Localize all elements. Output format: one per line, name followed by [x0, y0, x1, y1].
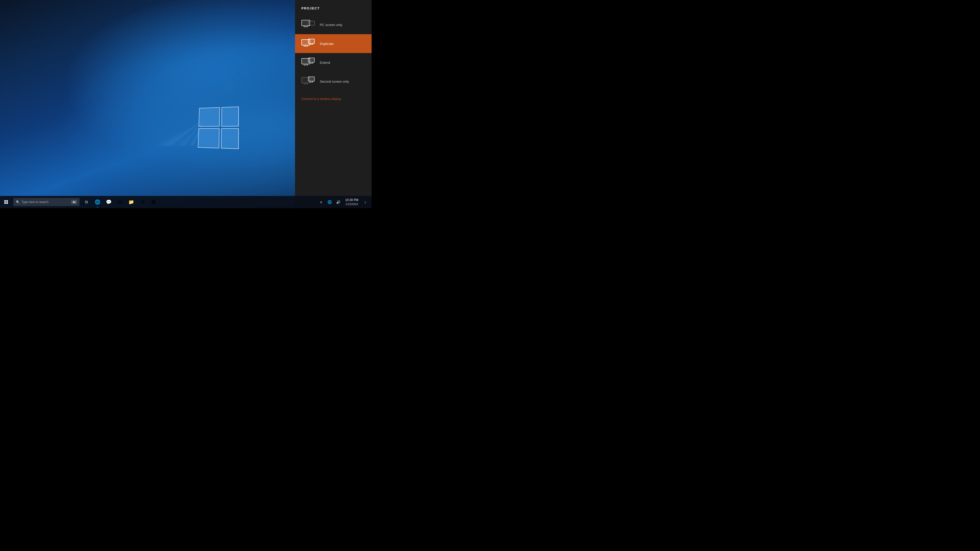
task-view-icon: ⧉: [85, 200, 88, 204]
clock-date: 1/15/2024: [345, 202, 358, 206]
show-desktop-icon: ▯: [364, 201, 366, 203]
chevron-up-icon: ∧: [320, 200, 322, 204]
edge-icon: 🌐: [95, 199, 100, 205]
taskbar: 🔍 Type here to search Ai ⧉ 🌐 💬 🛍 📁 ✉ 🖼 ∧…: [0, 196, 372, 208]
taskbar-app-mail[interactable]: ✉: [137, 196, 148, 208]
windows-start-icon: [4, 200, 8, 204]
project-item-extend[interactable]: Extend: [295, 53, 372, 72]
extend-icon: [301, 58, 315, 67]
show-desktop-button[interactable]: ▯: [361, 196, 369, 208]
project-item-second-screen-only[interactable]: Second screen only: [295, 72, 372, 91]
network-icon: 🌐: [328, 200, 332, 204]
taskbar-app-edge[interactable]: 🌐: [92, 196, 103, 208]
search-input[interactable]: Type here to search: [21, 200, 70, 204]
duplicate-icon: [301, 39, 315, 48]
connect-wireless-link[interactable]: Connect to a wireless display: [295, 94, 372, 105]
pc-screen-only-label: PC screen only: [320, 23, 342, 27]
tray-volume[interactable]: 🔊: [334, 196, 342, 208]
windows-logo: [197, 106, 249, 151]
mail-icon: ✉: [141, 199, 145, 205]
tray-network[interactable]: 🌐: [326, 196, 334, 208]
taskbar-app-teams[interactable]: 💬: [103, 196, 115, 208]
taskbar-app-store[interactable]: 🛍: [115, 196, 126, 208]
ai-badge: Ai: [71, 200, 77, 204]
search-icon: 🔍: [16, 200, 20, 204]
clock-time: 10:30 PM: [345, 198, 358, 202]
duplicate-label: Duplicate: [320, 42, 334, 46]
taskbar-app-explorer[interactable]: 📁: [126, 196, 137, 208]
second-screen-only-label: Second screen only: [320, 79, 349, 83]
project-item-pc-screen-only[interactable]: PC screen only: [295, 15, 372, 34]
search-bar[interactable]: 🔍 Type here to search Ai: [13, 198, 80, 206]
pc-screen-only-icon: [301, 20, 315, 30]
explorer-icon: 📁: [128, 199, 134, 205]
system-clock[interactable]: 10:30 PM 1/15/2024: [343, 196, 360, 208]
task-view-button[interactable]: ⧉: [81, 196, 92, 208]
store-icon: 🛍: [118, 200, 122, 205]
system-tray: ∧ 🌐 🔊 10:30 PM 1/15/2024 ▯: [315, 196, 372, 208]
start-button[interactable]: [0, 196, 12, 208]
project-panel: PROJECT PC screen only Duplicate Extend …: [295, 0, 372, 208]
project-item-duplicate[interactable]: Duplicate: [295, 34, 372, 53]
extend-label: Extend: [320, 61, 330, 65]
project-panel-title: PROJECT: [295, 5, 372, 15]
volume-icon: 🔊: [336, 200, 340, 204]
tray-chevron[interactable]: ∧: [317, 196, 325, 208]
photos-icon: 🖼: [151, 200, 156, 205]
second-screen-only-icon: [301, 76, 315, 86]
teams-icon: 💬: [106, 199, 111, 205]
taskbar-app-photos[interactable]: 🖼: [148, 196, 159, 208]
